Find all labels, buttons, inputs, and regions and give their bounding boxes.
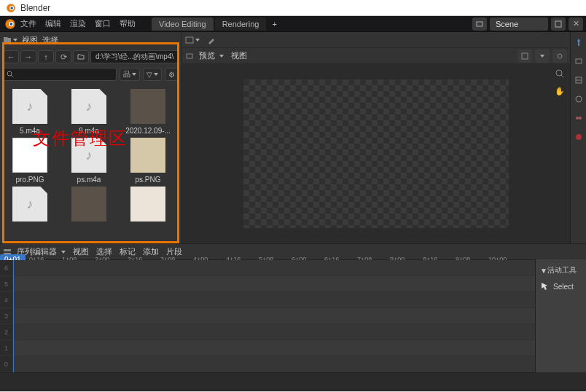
file-thumb [130,138,165,173]
file-thumb [130,187,165,222]
file-thumb [71,89,106,124]
track-row[interactable]: 0 [0,356,535,372]
svg-rect-12 [522,53,528,59]
seq-tracks[interactable]: 6543210 [0,260,535,372]
pv-brush-icon[interactable] [207,36,216,44]
file-item[interactable]: 9.m4a [62,89,116,135]
playhead[interactable] [13,260,14,372]
track-row[interactable]: 4 [0,292,535,308]
path-field[interactable]: d:\学习\经...的动画\mp4\ [90,50,179,63]
pv-preview-dropdown[interactable]: 预览 [185,50,224,61]
file-label: ps.PNG [135,176,160,184]
track-area[interactable] [13,340,535,356]
fb-filter[interactable]: ▽ [143,68,162,81]
track-number: 2 [0,324,13,340]
track-area[interactable] [13,356,535,372]
file-thumb [71,138,106,173]
track-area[interactable] [13,292,535,307]
track-number: 0 [0,356,13,372]
nav-back-icon[interactable]: ← [3,50,19,63]
menu-render[interactable]: 渲染 [70,18,86,29]
svg-rect-16 [578,42,579,46]
seq-timeline[interactable]: 0+01 0+161+082+002+163+084+004+165+086+0… [0,259,535,372]
fb-search-field[interactable] [3,68,117,81]
file-item[interactable]: ps.PNG [121,138,175,184]
fb-file-grid: 5.m4a9.m4a2020.12.09-...pro.PNGps.m4aps.… [0,83,181,230]
pv-zoom-icon[interactable] [552,67,567,80]
file-item[interactable]: pro.PNG [3,138,57,184]
nav-forward-icon[interactable]: → [20,50,36,63]
fb-select-menu[interactable]: 选择 [42,35,58,46]
props-render-icon[interactable] [573,55,585,67]
seq-sidebar-header[interactable]: ▼ 活动工具 [539,262,583,278]
topbar: 文件 编辑 渲染 窗口 帮助 Video Editing Rendering +… [0,16,586,32]
pv-opt2-icon[interactable] [552,50,567,63]
fb-settings-icon[interactable]: ⚙ [165,68,179,81]
svg-line-15 [561,75,563,77]
file-thumb [12,138,47,173]
track-area[interactable] [13,276,535,291]
props-tool-icon[interactable] [573,36,585,48]
menu-edit[interactable]: 编辑 [45,18,61,29]
file-thumb [12,187,47,222]
track-area[interactable] [13,260,535,275]
props-scene-icon[interactable] [573,112,585,124]
track-row[interactable]: 3 [0,308,535,324]
seq-add-menu[interactable]: 添加 [143,246,159,257]
file-label: 9.m4a [79,127,99,135]
fb-view-menu[interactable]: 视图 [22,35,38,46]
file-label: 5.m4a [20,127,40,135]
tab-video-editing[interactable]: Video Editing [152,17,214,31]
svg-rect-17 [576,59,582,63]
scene-name-field[interactable]: Scene [490,17,548,31]
track-row[interactable]: 6 [0,260,535,276]
track-row[interactable]: 5 [0,276,535,292]
preview-canvas[interactable]: ✋ [182,64,570,243]
fb-display-mode[interactable]: 品 [120,68,140,81]
fb-editor-type-icon[interactable] [3,36,17,44]
nav-up-icon[interactable]: ↑ [38,50,54,63]
track-number: 5 [0,276,13,291]
props-output-icon[interactable] [573,74,585,86]
track-area[interactable] [13,308,535,324]
file-item[interactable]: 2020.12.09-... [121,89,175,135]
seq-tool-select[interactable]: Select [539,278,583,294]
menu-file[interactable]: 文件 [20,18,36,29]
pv-opt1-icon[interactable] [517,50,532,63]
scene-delete-icon[interactable]: ✕ [569,17,583,31]
svg-point-22 [579,117,582,119]
track-row[interactable]: 1 [0,340,535,356]
scene-new-icon[interactable] [551,17,566,31]
file-item[interactable]: ps.m4a [62,138,116,184]
pv-view-menu[interactable]: 视图 [231,50,247,61]
nav-refresh-icon[interactable]: ⟳ [55,50,71,63]
svg-rect-7 [555,21,561,27]
file-item[interactable] [62,187,116,224]
props-world-icon[interactable] [573,131,585,143]
tab-add[interactable]: + [267,17,281,31]
nav-newfolder-icon[interactable] [73,50,89,63]
pv-gizmo-icon[interactable] [535,50,550,63]
menu-help[interactable]: 帮助 [120,18,136,29]
file-browser-panel: 视图 选择 ← → ↑ ⟳ d:\学习\经...的动画\mp4\ 品 [0,32,182,243]
seq-sidebar: ▼ 活动工具 Select [535,259,586,372]
track-row[interactable]: 2 [0,324,535,340]
file-item[interactable]: 5.m4a [3,89,57,135]
file-label: ps.m4a [77,176,101,184]
file-item[interactable] [3,187,57,224]
svg-point-23 [576,134,582,140]
props-view-icon[interactable] [573,93,585,105]
track-area[interactable] [13,324,535,340]
titlebar: Blender [0,0,586,16]
sequencer-panel: 序列编辑器 视图 选择 标记 添加 片段 0+01 0+161+082+002+… [0,243,586,372]
scene-browse-icon[interactable] [472,17,487,31]
file-thumb [71,187,106,222]
menu-window[interactable]: 窗口 [95,18,111,29]
pv-editor-type-icon[interactable] [185,36,200,44]
tab-rendering[interactable]: Rendering [215,17,267,31]
file-item[interactable] [121,187,175,224]
svg-point-20 [576,96,582,102]
seq-scrollbar[interactable] [0,372,535,373]
pv-pan-icon[interactable]: ✋ [552,85,567,98]
svg-point-13 [558,54,562,58]
